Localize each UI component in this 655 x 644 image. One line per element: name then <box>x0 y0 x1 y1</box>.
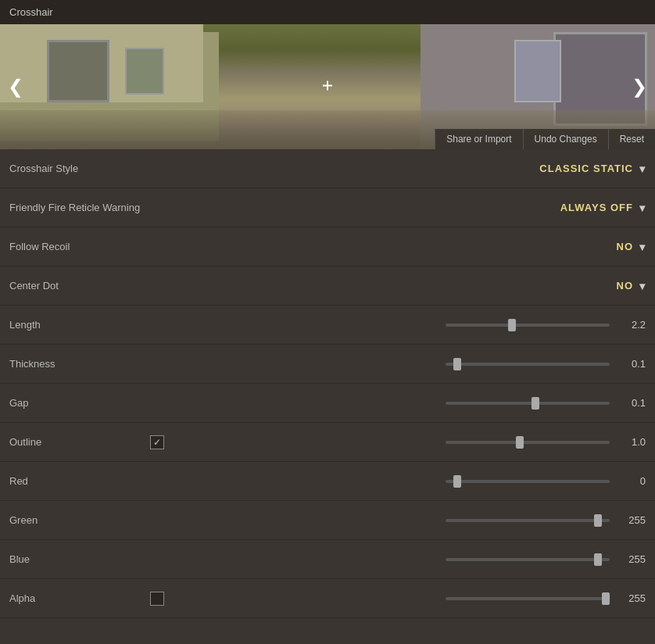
setting-row-crosshair-style: Crosshair StyleClassic Static ▾ <box>0 149 655 188</box>
setting-label-follow-recoil: Follow Recoil <box>9 241 150 252</box>
setting-label-thickness: Thickness <box>9 358 150 370</box>
setting-control-crosshair-style: Classic Static ▾ <box>150 163 646 175</box>
slider-value-alpha: 255 <box>617 592 646 604</box>
slider-value-blue: 255 <box>617 553 646 565</box>
setting-label-length: Length <box>9 319 150 331</box>
setting-label-red: Red <box>9 475 150 487</box>
setting-label-center-dot: Center Dot <box>9 280 150 292</box>
slider-wrapper-length <box>150 324 610 327</box>
setting-label-friendly-fire-reticle-warning: Friendly Fire Reticle Warning <box>9 202 150 213</box>
slider-blue[interactable] <box>446 558 610 561</box>
slider-wrapper-blue <box>150 558 610 561</box>
page-title: Crosshair <box>9 6 53 18</box>
slider-wrapper-green <box>150 519 610 522</box>
reset-button[interactable]: Reset <box>608 129 655 149</box>
setting-row-alpha: Alpha255 <box>0 579 655 618</box>
setting-label-crosshair-style: Crosshair Style <box>9 163 150 174</box>
slider-outline[interactable] <box>446 441 610 444</box>
setting-control-friendly-fire-reticle-warning: Always Off ▾ <box>150 202 646 214</box>
setting-label-outline: Outline <box>9 436 150 448</box>
slider-red[interactable] <box>446 480 610 483</box>
setting-row-gap: Gap0.1 <box>0 384 655 423</box>
setting-label-alpha: Alpha <box>9 592 150 604</box>
slider-gap[interactable] <box>446 402 610 405</box>
checkbox-alpha[interactable] <box>150 592 164 606</box>
setting-row-blue: Blue255 <box>0 540 655 579</box>
slider-value-thickness: 0.1 <box>617 358 646 370</box>
setting-row-red: Red0 <box>0 462 655 501</box>
setting-control-center-dot: No ▾ <box>150 280 646 292</box>
setting-control-thickness: 0.1 <box>150 358 646 370</box>
dropdown-friendly-fire-reticle-warning[interactable]: Always Off ▾ <box>560 202 646 214</box>
setting-label-gap: Gap <box>9 397 150 409</box>
slider-wrapper-red <box>150 480 610 483</box>
slider-wrapper-alpha <box>172 597 610 600</box>
dropdown-crosshair-style[interactable]: Classic Static ▾ <box>539 163 646 175</box>
setting-row-outline: Outline1.0 <box>0 423 655 462</box>
undo-changes-button[interactable]: Undo Changes <box>523 129 608 149</box>
slider-value-green: 255 <box>617 514 646 526</box>
setting-control-length: 2.2 <box>150 319 646 331</box>
preview-next-button[interactable]: ❯ <box>632 76 647 98</box>
setting-row-follow-recoil: Follow RecoilNo ▾ <box>0 227 655 267</box>
preview-prev-button[interactable]: ❮ <box>8 76 23 98</box>
setting-label-blue: Blue <box>9 553 150 565</box>
dropdown-follow-recoil[interactable]: No ▾ <box>617 241 646 253</box>
setting-control-follow-recoil: No ▾ <box>150 241 646 253</box>
setting-control-alpha: 255 <box>150 592 646 606</box>
settings-container: Crosshair StyleClassic Static ▾Friendly … <box>0 149 655 618</box>
slider-wrapper-thickness <box>150 363 610 366</box>
slider-value-gap: 0.1 <box>617 397 646 409</box>
slider-thickness[interactable] <box>446 363 610 366</box>
slider-length[interactable] <box>446 324 610 327</box>
setting-control-green: 255 <box>150 514 646 526</box>
slider-value-length: 2.2 <box>617 319 646 331</box>
setting-row-length: Length2.2 <box>0 306 655 345</box>
setting-control-gap: 0.1 <box>150 397 646 409</box>
slider-wrapper-outline <box>172 441 610 444</box>
slider-value-outline: 1.0 <box>617 436 646 448</box>
setting-row-green: Green255 <box>0 501 655 540</box>
setting-label-green: Green <box>9 514 150 526</box>
setting-control-red: 0 <box>150 475 646 487</box>
slider-alpha[interactable] <box>446 597 610 600</box>
dropdown-center-dot[interactable]: No ▾ <box>617 280 646 292</box>
setting-control-blue: 255 <box>150 553 646 565</box>
slider-wrapper-gap <box>150 402 610 405</box>
preview-action-buttons: Share or Import Undo Changes Reset <box>435 129 655 149</box>
title-bar: Crosshair <box>0 0 655 24</box>
setting-row-friendly-fire-reticle-warning: Friendly Fire Reticle WarningAlways Off … <box>0 188 655 227</box>
preview-container: ❮ ❯ Share or Import Undo Changes Reset <box>0 24 655 149</box>
crosshair-reticle <box>320 78 335 96</box>
slider-value-red: 0 <box>617 475 646 487</box>
setting-row-thickness: Thickness0.1 <box>0 345 655 384</box>
setting-control-outline: 1.0 <box>150 435 646 449</box>
setting-row-center-dot: Center DotNo ▾ <box>0 267 655 306</box>
checkbox-outline[interactable] <box>150 435 164 449</box>
share-import-button[interactable]: Share or Import <box>435 129 522 149</box>
slider-green[interactable] <box>446 519 610 522</box>
